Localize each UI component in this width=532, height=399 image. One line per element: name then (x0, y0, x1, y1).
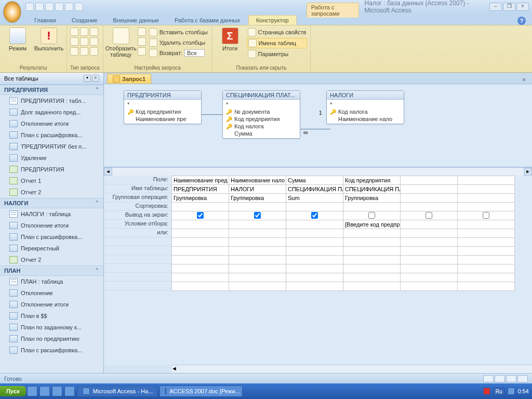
grid-cell[interactable]: Группировка (343, 194, 401, 203)
append-query-icon[interactable] (70, 37, 78, 46)
grid-cell[interactable]: НАЛОГИ (229, 185, 286, 194)
nav-item[interactable]: Отклонение итоги (0, 299, 103, 310)
sql-view-icon[interactable] (506, 375, 516, 382)
update-query-icon[interactable] (80, 37, 88, 46)
passthrough-icon[interactable] (80, 47, 88, 56)
grid-cell[interactable] (458, 194, 515, 203)
document-tab[interactable]: Запрос1 (107, 74, 151, 84)
grid-cell[interactable] (401, 229, 458, 238)
nav-item[interactable]: План с расшифровка... (0, 344, 103, 356)
tab-dbtools[interactable]: Работа с базами данных (167, 16, 247, 25)
nav-item[interactable]: ПРЕДПРИЯТИЯ : табл... (0, 95, 103, 107)
grid-cell[interactable] (458, 176, 515, 185)
nav-item[interactable]: ПРЕДПРИЯТИЯ (0, 164, 103, 175)
nav-item[interactable]: План по заданному к... (0, 322, 103, 333)
grid-cell[interactable]: Наименование нало (229, 176, 286, 185)
grid-cell[interactable]: ПРЕДПРИЯТИЯ (172, 185, 229, 194)
grid-cell[interactable] (401, 211, 458, 220)
show-table-button[interactable]: Отобразить таблицу (107, 26, 136, 59)
save-icon[interactable] (25, 3, 34, 11)
grid-cell[interactable] (401, 185, 458, 194)
nav-group-header[interactable]: НАЛОГИ⌃ (0, 198, 103, 208)
crosstab-query-icon[interactable] (80, 28, 88, 36)
grid-cell[interactable] (458, 229, 515, 238)
grid-cell[interactable]: Группировка (172, 194, 229, 203)
grid-cell[interactable]: Наименование пред (172, 176, 229, 185)
language-indicator[interactable]: Ru (494, 388, 504, 395)
start-button[interactable]: Пуск (0, 386, 26, 396)
select-query-icon[interactable] (70, 28, 78, 36)
grid-cell[interactable] (172, 211, 229, 220)
union-query-icon[interactable] (70, 47, 78, 56)
open-icon[interactable] (55, 3, 63, 11)
grid-hscroll[interactable]: ◄ (171, 365, 532, 373)
grid-cell[interactable] (286, 229, 343, 238)
nav-group-header[interactable]: ПРЕДПРИЯТИЯ⌃ (0, 85, 103, 95)
delete-columns-button[interactable]: Удалить столбцы (148, 38, 209, 47)
close-button[interactable]: × (516, 3, 529, 11)
nav-item[interactable]: Отчет 1 (0, 175, 103, 187)
quicklaunch-icon[interactable] (39, 386, 50, 396)
nav-item[interactable]: НАЛОГИ : таблица (0, 208, 103, 220)
redo-icon[interactable] (45, 3, 54, 11)
table-box[interactable]: ПРЕДПРИЯТИЯ*🔑Код предприятияНаименование… (124, 90, 202, 124)
table-names-button[interactable]: Имена таблиц (247, 38, 308, 48)
nav-item[interactable]: Отклонение (0, 287, 103, 299)
tab-create[interactable]: Создание (64, 16, 105, 25)
grid-cell[interactable] (172, 220, 229, 229)
nav-item[interactable]: 'ПРЕДПРИЯТИЯ' без п... (0, 141, 103, 152)
return-dropdown[interactable]: Возврат: Все (148, 48, 209, 58)
view-button[interactable]: Режим (3, 26, 32, 52)
query-grid[interactable]: Наименование предНаименование налоСуммаК… (171, 176, 532, 365)
grid-cell[interactable] (401, 220, 458, 229)
grid-cell[interactable]: Sum (286, 194, 343, 203)
tab-design[interactable]: Конструктор (248, 15, 297, 25)
table-box[interactable]: СПЕЦИФИКАЦИЯ ПЛАТ...*🔑№ документа🔑Код пр… (222, 90, 300, 139)
quicklaunch-icon[interactable] (52, 386, 62, 396)
grid-cell[interactable]: Код предприятия (343, 176, 401, 185)
insert-columns-button[interactable]: Вставить столбцы (148, 28, 209, 37)
nav-item[interactable]: План с расшифровка... (0, 231, 103, 243)
property-sheet-button[interactable]: Страница свойств (247, 28, 308, 37)
new-icon[interactable] (65, 3, 73, 11)
grid-cell[interactable]: СПЕЦИФИКАЦИЯ ПЛ (286, 185, 343, 194)
delete-rows-icon[interactable] (138, 37, 146, 46)
close-tab-button[interactable]: × (520, 76, 528, 84)
tray-icon[interactable] (508, 388, 515, 395)
nav-item[interactable]: Отклонение итоги (0, 220, 103, 231)
grid-cell[interactable] (458, 185, 515, 194)
quicklaunch-icon[interactable] (64, 386, 75, 396)
run-button[interactable]: !Выполнить (34, 26, 63, 52)
datadef-icon[interactable] (90, 47, 98, 56)
nav-item[interactable]: Удаление (0, 152, 103, 164)
insert-rows-icon[interactable] (138, 28, 146, 36)
grid-cell[interactable] (229, 211, 286, 220)
grid-cell[interactable] (286, 211, 343, 220)
grid-cell[interactable] (286, 220, 343, 229)
tab-external[interactable]: Внешние данные (106, 16, 166, 25)
taskbar-task[interactable]: ACCESS 2007.doc [Режи... (159, 385, 243, 397)
undo-icon[interactable] (35, 3, 44, 11)
table-box[interactable]: НАЛОГИ*🔑Код налогаНаименование нало (326, 90, 404, 124)
minimize-button[interactable]: – (489, 3, 502, 11)
tab-home[interactable]: Главная (27, 16, 63, 25)
design-view-icon[interactable] (517, 375, 528, 382)
nav-item[interactable]: Перекрестный (0, 243, 103, 254)
grid-cell[interactable] (401, 176, 458, 185)
nav-header[interactable]: Все таблицы▾« (0, 73, 103, 85)
grid-cell[interactable] (401, 194, 458, 203)
delete-query-icon[interactable] (90, 37, 98, 46)
relationship-diagram[interactable]: 1 ∞ ПРЕДПРИЯТИЯ*🔑Код предприятияНаименов… (104, 84, 532, 167)
nav-item[interactable]: Отчет 2 (0, 254, 103, 265)
grid-cell[interactable] (458, 211, 515, 220)
grid-cell[interactable] (458, 220, 515, 229)
grid-cell[interactable] (229, 203, 286, 211)
nav-item[interactable]: Долг заданного пред... (0, 107, 103, 118)
totals-button[interactable]: ΣИтоги (216, 26, 245, 52)
grid-cell[interactable] (172, 229, 229, 238)
grid-cell[interactable] (343, 229, 401, 238)
grid-cell[interactable] (343, 203, 401, 211)
builder-icon[interactable] (138, 47, 146, 56)
grid-cell[interactable] (343, 211, 401, 220)
quicklaunch-icon[interactable] (27, 386, 37, 396)
